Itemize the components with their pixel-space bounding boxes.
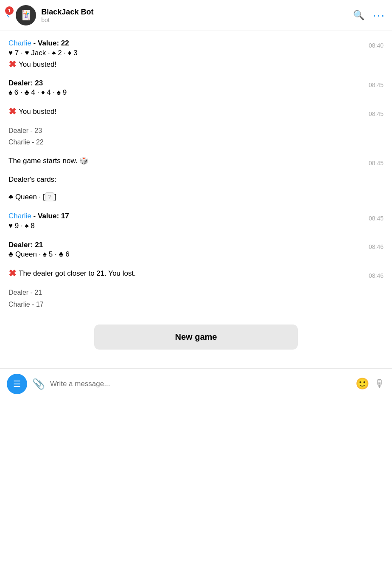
dealers-cards-label: Dealer's cards: (8, 174, 384, 185)
header-info: BlackJack Bot bot (41, 8, 353, 23)
lost-time: 08:46 (369, 272, 384, 279)
bust2-line: ✖ You busted! (8, 106, 56, 117)
hidden-card: ? (45, 192, 54, 201)
summary2-line1: Dealer - 21 (8, 287, 384, 298)
dealer2-cards: ♣ Queen · ♠ 5 · ♣ 6 (8, 250, 384, 259)
charlie2-cards: ♥ 9 · ♠ 8 (8, 222, 384, 230)
summary1-block: Dealer - 23 Charlie - 22 (8, 125, 384, 148)
bot-avatar: 🃏 (16, 5, 36, 25)
bust2-icon: ✖ (8, 106, 16, 117)
charlie2-label: Charlie - Value: 17 (8, 211, 69, 222)
message-block-dealer-hand: ♣ Queen · [?] (8, 192, 384, 203)
charlie1-time: 08:40 (369, 42, 384, 49)
new-game-button[interactable]: New game (94, 325, 298, 350)
chat-area: Charlie - Value: 22 08:40 ♥ 7 · ♥ Jack ·… (0, 31, 392, 365)
charlie2-name: Charlie (8, 212, 31, 220)
lost-icon: ✖ (8, 268, 16, 279)
back-button[interactable]: 1 ‹ (7, 10, 11, 21)
menu-button[interactable]: ☰ (7, 374, 27, 394)
message-input[interactable] (50, 380, 350, 388)
message-block-bust2: ✖ You busted! 08:45 (8, 106, 384, 117)
bust2-time: 08:45 (369, 110, 384, 117)
message-block-charlie1: Charlie - Value: 22 08:40 ♥ 7 · ♥ Jack ·… (8, 38, 384, 70)
summary1-line2: Charlie - 22 (8, 136, 384, 148)
mic-icon[interactable]: 🎙 (374, 377, 385, 390)
summary2-line2: Charlie - 17 (8, 299, 384, 310)
attach-icon[interactable]: 📎 (32, 378, 45, 390)
message-block-lost: ✖ The dealer got closer to 21. You lost.… (8, 268, 384, 279)
dealer1-time: 08:45 (369, 82, 384, 88)
more-options-icon[interactable]: ··· (373, 8, 385, 22)
menu-icon: ☰ (13, 379, 21, 389)
summary1-line1: Dealer - 23 (8, 125, 384, 136)
charlie1-name: Charlie (8, 39, 31, 47)
message-block-charlie2: Charlie - Value: 17 08:45 ♥ 9 · ♠ 8 (8, 211, 384, 232)
bot-name: BlackJack Bot (41, 8, 353, 17)
message-block-dealer2: Dealer: 21 08:46 ♣ Queen · ♠ 5 · ♣ 6 (8, 240, 384, 261)
charlie1-value: - Value: 22 (34, 39, 69, 47)
lost-text: The dealer got closer to 21. You lost. (19, 269, 136, 278)
charlie1-bust: ✖ You busted! (8, 59, 384, 70)
lost-line: ✖ The dealer got closer to 21. You lost. (8, 268, 136, 279)
emoji-icon[interactable]: 🙂 (356, 377, 369, 390)
bot-avatar-emoji: 🃏 (20, 10, 32, 21)
message-block-gamestart: The game starts now. 🎲 08:45 (8, 155, 384, 166)
message-block-dealers-cards: Dealer's cards: (8, 174, 384, 185)
notification-badge: 1 (5, 6, 14, 15)
bottom-bar: ☰ 📎 🙂 🎙 (0, 368, 392, 399)
bot-sub: bot (41, 17, 353, 23)
charlie2-time: 08:45 (369, 215, 384, 222)
charlie1-label: Charlie - Value: 22 (8, 38, 69, 49)
dealer2-label: Dealer: 21 (8, 240, 43, 251)
bust2-text: You busted! (19, 107, 56, 116)
charlie2-value: - Value: 17 (34, 212, 69, 220)
charlie1-cards: ♥ 7 · ♥ Jack · ♠ 2 · ♦ 3 (8, 49, 384, 57)
bust-icon: ✖ (8, 59, 16, 70)
charlie1-bust-text: You busted! (19, 60, 56, 69)
dealer-hand-cards: ♣ Queen · [?] (8, 192, 384, 201)
chat-header: 1 ‹ 🃏 BlackJack Bot bot 🔍 ··· (0, 0, 392, 31)
search-icon[interactable]: 🔍 (353, 10, 364, 21)
dealer1-label: Dealer: 23 (8, 78, 43, 89)
header-icons: 🔍 ··· (353, 8, 385, 22)
summary2-block: Dealer - 21 Charlie - 17 (8, 287, 384, 310)
gamestart-time: 08:45 (369, 160, 384, 166)
dealer1-cards: ♠ 6 · ♣ 4 · ♦ 4 · ♠ 9 (8, 88, 384, 97)
gamestart-text: The game starts now. 🎲 (8, 155, 88, 166)
dealer2-time: 08:46 (369, 243, 384, 250)
message-block-dealer1: Dealer: 23 08:45 ♠ 6 · ♣ 4 · ♦ 4 · ♠ 9 (8, 78, 384, 99)
new-game-container: New game (8, 325, 384, 350)
